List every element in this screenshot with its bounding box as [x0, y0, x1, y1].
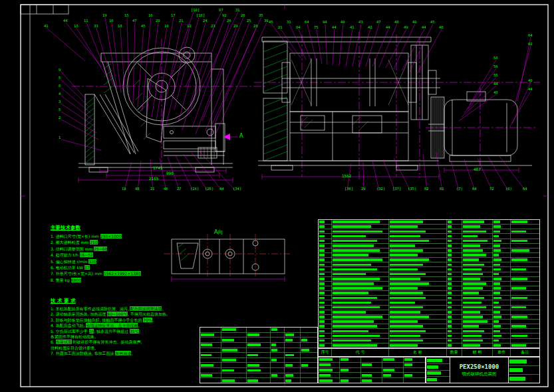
table-cell: [319, 343, 332, 347]
callout-number: 94: [323, 20, 327, 24]
table-cell: [493, 258, 511, 262]
table-cell: [511, 320, 539, 324]
callout-number: 5: [59, 108, 61, 112]
centerlines: [72, 32, 540, 179]
callout-number: 29: [233, 24, 238, 28]
table-row: [200, 338, 317, 343]
table-cell: [462, 306, 493, 310]
callout-number: (16): [190, 187, 199, 191]
callout-number: 44: [386, 25, 390, 29]
bom-header-cell: 单件: [493, 349, 511, 356]
table-cell: [301, 368, 317, 373]
callout-number: 62: [528, 42, 533, 46]
table-cell: [462, 329, 493, 333]
table-cell: [511, 277, 539, 281]
table-row: [426, 364, 450, 371]
table-row: [426, 377, 450, 383]
drawing-name: 颚式破碎机总装图: [462, 371, 497, 377]
table-cell: [319, 220, 332, 224]
table-cell: [511, 239, 539, 243]
callout-number: 64: [528, 33, 533, 37]
section-arrow-label: A: [239, 133, 243, 139]
table-cell: [247, 353, 270, 357]
callout-number: 10: [164, 24, 169, 28]
table-cell: [221, 353, 247, 357]
table-cell: [221, 343, 247, 347]
notes-lines: 1. 本机装配前所有零件必须清除切屑、油污, 配合面涂润滑油脂。2. 滚动轴承采…: [51, 306, 220, 357]
table-cell: [319, 248, 332, 252]
bom-header-cell: 数量: [447, 349, 462, 356]
table-cell: [361, 363, 382, 367]
table-cell: [447, 272, 462, 276]
table-cell: [404, 357, 425, 362]
table-cell: [511, 258, 539, 262]
table-row: [319, 378, 425, 383]
table-cell: [389, 244, 446, 248]
table-cell: [319, 286, 332, 290]
table-cell: [493, 229, 511, 233]
callout-number: 19: [102, 13, 107, 17]
table-cell: [271, 338, 285, 342]
table-cell: [493, 282, 511, 286]
table-cell: [493, 300, 511, 304]
table-row: [509, 375, 539, 383]
callout-number: 45: [269, 20, 273, 24]
table-row: [319, 258, 539, 262]
table-cell: [332, 258, 389, 262]
table-cell: [404, 368, 425, 373]
bom-header-row: 序号代 号名 称数量材 料单件备注: [318, 348, 540, 357]
callout-number: 64: [523, 187, 527, 191]
table-cell: [389, 225, 446, 229]
table-cell: [493, 253, 511, 257]
table-cell: [319, 329, 332, 333]
table-cell: [511, 306, 539, 310]
table-cell: [301, 343, 317, 347]
table-cell: [493, 277, 511, 281]
table-cell: [511, 310, 539, 314]
table-cell: [247, 363, 270, 367]
table-row: [319, 320, 539, 324]
callout-number: 8: [59, 84, 61, 88]
table-row: [319, 306, 539, 310]
table-cell: [493, 334, 511, 338]
table-cell: [447, 310, 462, 314]
table-cell: [271, 358, 285, 363]
title-block-left-cells: [426, 357, 450, 383]
table-cell: [285, 343, 301, 347]
bom-header-cell: 备注: [511, 349, 539, 356]
table-cell: [493, 225, 511, 229]
callout-number: 28: [253, 24, 258, 28]
cad-sheet: 44131133191618154745162010172112[10][18]…: [0, 0, 554, 392]
table-cell: [511, 267, 539, 271]
table-cell: [382, 373, 404, 377]
callout-number: 58: [493, 56, 498, 60]
table-row: [319, 220, 539, 225]
callout-number: 18: [118, 24, 122, 28]
table-row: [426, 371, 450, 377]
table-cell: [247, 343, 270, 347]
table-row: [426, 357, 450, 364]
table-cell: [332, 310, 389, 314]
callout-number: 48: [439, 25, 444, 29]
table-cell: [340, 363, 361, 367]
table-cell: [200, 378, 221, 383]
table-cell: [493, 262, 511, 266]
table-cell: [221, 348, 247, 353]
table-cell: [332, 339, 389, 343]
table-cell: [389, 253, 446, 257]
table-cell: [319, 277, 332, 281]
table-row: [509, 366, 539, 375]
table-cell: [319, 310, 332, 314]
table-cell: [511, 272, 539, 276]
bom-header-cell: 名 称: [389, 349, 446, 356]
table-cell: [200, 373, 221, 378]
table-cell: [493, 220, 511, 224]
callout-number: [18]: [196, 13, 205, 17]
table-cell: [247, 358, 270, 363]
callout-number: 44: [493, 82, 498, 86]
table-cell: [447, 248, 462, 252]
table-cell: [511, 324, 539, 328]
callout-number: 16: [148, 13, 153, 17]
callout-number: 45: [141, 24, 146, 28]
table-cell: [509, 375, 539, 383]
